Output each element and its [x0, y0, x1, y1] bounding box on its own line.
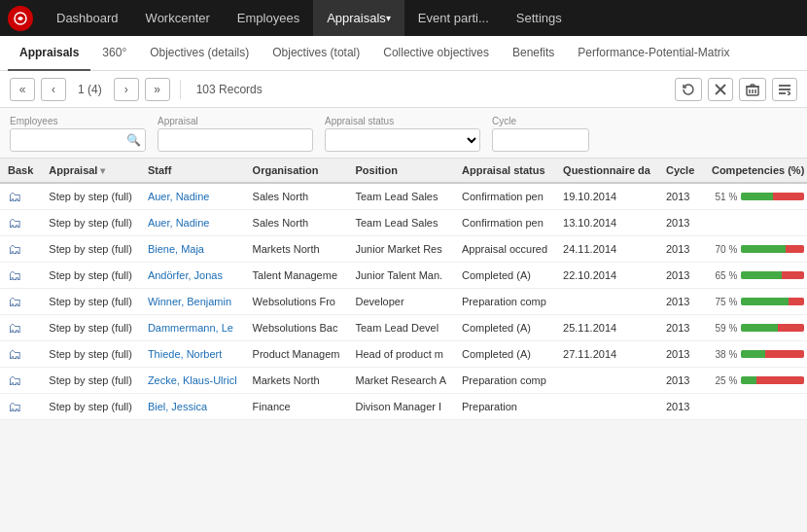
cell-staff[interactable]: Andörfer, Jonas	[140, 263, 245, 289]
filter-employees-input[interactable]	[10, 128, 146, 152]
clear-button[interactable]	[708, 78, 733, 101]
basket-icon[interactable]: 🗂	[8, 215, 21, 231]
tab-benefits[interactable]: Benefits	[501, 36, 566, 71]
nav-events[interactable]: Event parti...	[404, 0, 503, 36]
cell-questionnaire-date: 13.10.2014	[555, 210, 658, 236]
competency-pct-label: 59 %	[710, 323, 737, 334]
filter-status-select[interactable]	[325, 128, 480, 152]
nav-appraisals[interactable]: Appraisals	[313, 0, 404, 36]
cell-appraisal: Step by step (full)	[41, 183, 140, 210]
tab-collective-objectives[interactable]: Collective objectives	[371, 36, 501, 71]
cell-bask[interactable]: 🗂	[0, 263, 41, 289]
cell-appraisal-status: Preparation	[454, 394, 555, 420]
appraisals-table: Bask Appraisal Staff Organisation Positi…	[0, 159, 807, 420]
basket-icon[interactable]: 🗂	[8, 399, 21, 414]
progress-green	[741, 271, 782, 279]
cell-questionnaire-date: 22.10.2014	[555, 263, 658, 289]
cell-competencies	[702, 210, 807, 236]
progress-green	[741, 298, 789, 305]
cell-bask[interactable]: 🗂	[0, 315, 41, 341]
cell-staff[interactable]: Biene, Maja	[140, 236, 245, 263]
cell-position: Team Lead Sales	[347, 210, 454, 236]
competency-pct-label: 75 %	[710, 297, 737, 307]
cell-appraisal: Step by step (full)	[41, 210, 140, 236]
cell-staff[interactable]: Winner, Benjamin	[140, 289, 245, 315]
more-button[interactable]	[772, 78, 797, 101]
progress-green	[741, 193, 773, 200]
cell-competencies: 75 %	[702, 289, 807, 315]
cell-staff[interactable]: Auer, Nadine	[140, 183, 245, 210]
cell-bask[interactable]: 🗂	[0, 236, 41, 263]
prev-page-button[interactable]: ‹	[41, 78, 66, 101]
cell-questionnaire-date: 25.11.2014	[555, 315, 658, 341]
first-page-button[interactable]: «	[10, 78, 35, 101]
cell-bask[interactable]: 🗂	[0, 289, 41, 315]
cell-bask[interactable]: 🗂	[0, 368, 41, 394]
cell-appraisal: Step by step (full)	[41, 394, 140, 420]
cell-appraisal: Step by step (full)	[41, 341, 140, 368]
table-row: 🗂Step by step (full)Biel, JessicaFinance…	[0, 394, 807, 420]
competency-bar	[741, 193, 804, 200]
nav-dashboard[interactable]: Dashboard	[43, 0, 132, 36]
progress-red	[756, 376, 804, 384]
cell-organisation: Finance	[245, 394, 348, 420]
cell-competencies: 51 %	[702, 183, 807, 210]
progress-red	[765, 350, 804, 358]
delete-button[interactable]	[739, 78, 766, 101]
basket-icon[interactable]: 🗂	[8, 346, 21, 362]
app-logo[interactable]	[8, 6, 33, 31]
competency-bar	[741, 245, 804, 253]
basket-icon[interactable]: 🗂	[8, 241, 21, 257]
basket-icon[interactable]: 🗂	[8, 320, 21, 336]
next-page-button[interactable]: ›	[114, 78, 139, 101]
cell-organisation: Markets North	[245, 236, 348, 263]
tab-appraisals[interactable]: Appraisals	[8, 36, 90, 71]
filter-cycle-input[interactable]	[492, 128, 589, 152]
cell-position: Team Lead Sales	[347, 183, 454, 210]
cell-staff[interactable]: Biel, Jessica	[140, 394, 245, 420]
tab-objectives-details[interactable]: Objectives (details)	[138, 36, 261, 71]
tab-objectives-total[interactable]: Objectives (total)	[261, 36, 371, 71]
nav-workcenter[interactable]: Workcenter	[132, 0, 224, 36]
cell-organisation: Sales North	[245, 210, 348, 236]
filter-employees-input-wrap: 🔍	[10, 128, 146, 152]
cell-staff[interactable]: Auer, Nadine	[140, 210, 245, 236]
cell-bask[interactable]: 🗂	[0, 394, 41, 420]
cell-competencies	[702, 394, 807, 420]
basket-icon[interactable]: 🗂	[8, 294, 21, 309]
cell-bask[interactable]: 🗂	[0, 183, 41, 210]
nav-settings[interactable]: Settings	[503, 0, 576, 36]
basket-icon[interactable]: 🗂	[8, 267, 21, 283]
cell-position: Head of product m	[347, 341, 454, 368]
cell-cycle: 2013	[658, 368, 702, 394]
filter-appraisal-input[interactable]	[158, 128, 313, 152]
cell-position: Junior Talent Man.	[347, 263, 454, 289]
col-position: Position	[347, 159, 454, 183]
competency-progress: 70 %	[710, 244, 804, 255]
competency-progress: 65 %	[710, 270, 804, 281]
cell-questionnaire-date	[555, 394, 658, 420]
competency-bar	[741, 324, 804, 332]
cell-staff[interactable]: Dammermann, Le	[140, 315, 245, 341]
col-appraisal[interactable]: Appraisal	[41, 159, 140, 183]
cell-questionnaire-date	[555, 289, 658, 315]
cell-bask[interactable]: 🗂	[0, 341, 41, 368]
refresh-button[interactable]	[675, 78, 702, 101]
tab-360[interactable]: 360°	[90, 36, 138, 71]
last-page-button[interactable]: »	[145, 78, 170, 101]
basket-icon[interactable]: 🗂	[8, 189, 21, 204]
progress-green	[741, 376, 756, 384]
cell-bask[interactable]: 🗂	[0, 210, 41, 236]
cell-questionnaire-date: 27.11.2014	[555, 341, 658, 368]
cell-questionnaire-date: 19.10.2014	[555, 183, 658, 210]
cell-staff[interactable]: Thiede, Norbert	[140, 341, 245, 368]
tab-performance-matrix[interactable]: Performance-Potential-Matrix	[566, 36, 741, 71]
top-navigation: Dashboard Workcenter Employees Appraisal…	[0, 0, 807, 36]
cell-organisation: Markets North	[245, 368, 348, 394]
cell-staff[interactable]: Zecke, Klaus-Ulricl	[140, 368, 245, 394]
cell-appraisal: Step by step (full)	[41, 236, 140, 263]
nav-employees[interactable]: Employees	[224, 0, 313, 36]
cell-competencies: 38 %	[702, 341, 807, 368]
filter-employees-label: Employees	[10, 116, 146, 126]
basket-icon[interactable]: 🗂	[8, 372, 21, 388]
